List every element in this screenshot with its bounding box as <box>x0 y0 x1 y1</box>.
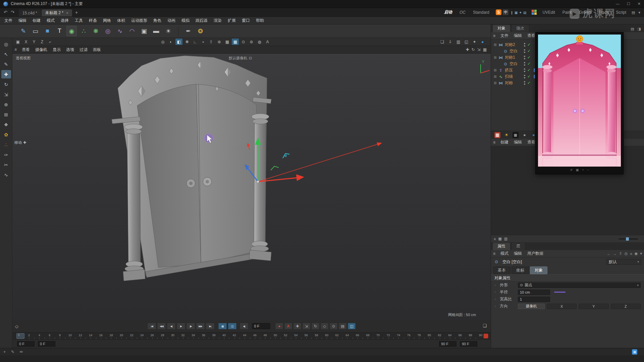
object-name[interactable]: 挤压 <box>505 67 513 73</box>
corner-icon-0[interactable]: ▤ <box>632 10 635 14</box>
menu-item-14[interactable]: 渲染 <box>211 17 225 24</box>
gear-snap-icon[interactable]: ❋ <box>183 39 191 45</box>
scene-3d[interactable]: Y X <box>12 54 491 320</box>
spline-deformer-tool[interactable]: ∿ <box>115 26 125 36</box>
film-strip-icon[interactable]: ▥ <box>455 39 462 45</box>
anim-dot-icon[interactable]: ○ <box>494 305 500 308</box>
render-icon[interactable]: ✦ <box>471 39 478 45</box>
record-pla-button[interactable]: ⊙ <box>330 323 338 329</box>
cube-primitive-tool[interactable]: ■ <box>42 26 53 36</box>
layout-button-right-0[interactable]: UVEdit <box>539 10 558 15</box>
close-tab-icon[interactable]: × <box>66 11 68 15</box>
colorful-grid-icon[interactable] <box>532 10 537 15</box>
menu-item-9[interactable]: 运动图形 <box>128 17 150 24</box>
guide-icon[interactable]: ∟ <box>192 39 199 45</box>
paint-tool[interactable]: ✿ <box>1 130 11 139</box>
brush-tool[interactable]: ✑ <box>1 150 11 159</box>
popout-window-icon[interactable]: ❏ <box>439 39 446 45</box>
preview-tool-1[interactable]: ▦ <box>576 168 579 172</box>
lock-x-axis-button[interactable]: X <box>22 39 30 45</box>
ime-icon-1[interactable]: ▦ <box>515 11 518 14</box>
mm-menu-1[interactable]: 编辑 <box>511 139 525 145</box>
mini-timeline-button[interactable]: ◫ <box>348 323 356 329</box>
enabled-check-icon[interactable]: ✓ <box>527 42 531 47</box>
minimize-button[interactable]: — <box>616 2 620 6</box>
anim-dot-icon[interactable]: ○ <box>494 298 500 301</box>
target-icon[interactable]: ◎ <box>159 39 166 45</box>
torus-deformer-tool[interactable]: ◎ <box>103 26 113 36</box>
expander-icon[interactable]: ⊞ <box>494 68 498 72</box>
object-name[interactable]: 对称 <box>505 80 513 86</box>
visibility-dots[interactable] <box>524 81 525 82</box>
burger-menu-icon[interactable]: ≡ <box>493 251 495 256</box>
ime-icon-0[interactable]: ❙ <box>511 11 513 14</box>
object-name[interactable]: 对称1 <box>505 55 515 60</box>
workplane-icon[interactable]: ◐ <box>167 39 174 45</box>
axis-modify-tool[interactable]: ⊕ <box>1 100 11 109</box>
expander-icon[interactable]: ⊞ <box>494 81 498 85</box>
effector-tool[interactable]: ❋ <box>91 26 101 36</box>
record-rotation-button[interactable]: ↻ <box>312 323 320 329</box>
up-vector-icon[interactable]: ⇧ <box>208 39 215 45</box>
preview-end-field[interactable]: 90 F <box>439 341 457 347</box>
visibility-dots[interactable] <box>524 75 525 76</box>
anim-dot-icon[interactable]: ○ <box>494 284 500 287</box>
layout-button-right-3[interactable]: Track <box>595 10 612 15</box>
layout-button-right-4[interactable]: Script <box>612 10 630 15</box>
list-view-icon[interactable]: ≡ <box>494 237 496 241</box>
floor-tool[interactable]: ▬ <box>151 26 161 36</box>
range-end-field[interactable]: 90 F <box>460 341 477 347</box>
axis-y-button[interactable]: Y <box>579 304 608 309</box>
pen-tool[interactable]: ✎ <box>1 60 11 68</box>
burger-menu-icon[interactable]: ≡ <box>14 47 17 52</box>
menu-item-3[interactable]: 模式 <box>44 17 58 24</box>
draw-icon[interactable]: ✎ <box>11 350 14 354</box>
morph-deformer-tool[interactable]: ◠ <box>127 26 137 36</box>
visibility-dots[interactable] <box>524 62 525 63</box>
previous-frame-button[interactable]: ◀| <box>167 323 176 329</box>
record-parameter-button[interactable]: ◇ <box>321 323 329 329</box>
viewport-menu-2[interactable]: 显示 <box>50 47 63 53</box>
am-menu-2[interactable]: 用户数据 <box>525 250 546 257</box>
render-view-icon[interactable]: ● <box>479 39 486 45</box>
settings-gear-icon[interactable]: ⊛ <box>216 39 223 45</box>
layout-button-right-1[interactable]: Paint <box>559 10 575 15</box>
record-position-button[interactable]: ✚ <box>293 323 302 329</box>
enabled-check-icon[interactable]: ✓ <box>527 61 531 66</box>
menu-item-11[interactable]: 动画 <box>164 17 178 24</box>
gray-sphere-icon[interactable]: ● <box>522 132 528 138</box>
gizmo-origin[interactable] <box>257 181 259 183</box>
orientation-button[interactable]: 摄像机 <box>518 304 545 309</box>
circle-snap-icon[interactable]: ⊙ <box>240 39 247 45</box>
menu-item-5[interactable]: 工具 <box>72 17 86 24</box>
redo-icon[interactable]: ↷ <box>11 10 14 15</box>
aspect-ratio-field[interactable]: 1 <box>518 297 550 302</box>
menu-item-15[interactable]: 扩展 <box>225 17 239 24</box>
menu-item-2[interactable]: 创建 <box>30 17 44 24</box>
previous-key-button[interactable]: ◀◀ <box>157 323 166 329</box>
attr-section-tab-0[interactable]: 基本 <box>493 266 511 274</box>
tab-layers[interactable]: 层 <box>511 242 525 250</box>
subdivision-surface-tool[interactable]: ◉ <box>66 26 77 36</box>
workplane-mode-icon[interactable]: ▣ <box>14 39 21 45</box>
keyframe-selection-button[interactable]: ▤ <box>339 323 347 329</box>
dropdown-icon[interactable]: ▾ <box>640 251 642 256</box>
document-tab[interactable]: 未标题 2 *× <box>42 9 72 16</box>
expand-timeline-icon[interactable]: ❏ <box>483 323 487 328</box>
visibility-dots[interactable] <box>524 49 525 51</box>
picture-viewer-window[interactable]: ↺▦+− <box>535 32 624 174</box>
record-scale-button[interactable]: ⇲ <box>303 323 311 329</box>
viewport-menu-0[interactable]: 查看 <box>19 47 33 53</box>
sogou-ime-icon[interactable]: S <box>496 9 501 15</box>
layout-button-right-2[interactable]: Groom <box>575 10 595 15</box>
cloner-tool[interactable]: ∴ <box>78 26 89 36</box>
record-keyframe-button[interactable]: ● <box>275 323 283 329</box>
zoom-view-icon[interactable]: ⇲ <box>477 47 481 52</box>
go-to-start-button[interactable]: |◀ <box>148 323 156 329</box>
magic-star-tool[interactable]: ❂ <box>195 26 206 36</box>
range-start-field[interactable]: 0 F <box>17 341 35 347</box>
render-region-icon[interactable]: ◱ <box>463 39 470 45</box>
record-frame-button[interactable] <box>483 334 488 339</box>
om-corner-icon-1[interactable]: ◨ <box>638 27 641 31</box>
menu-item-17[interactable]: 帮助 <box>253 17 267 24</box>
